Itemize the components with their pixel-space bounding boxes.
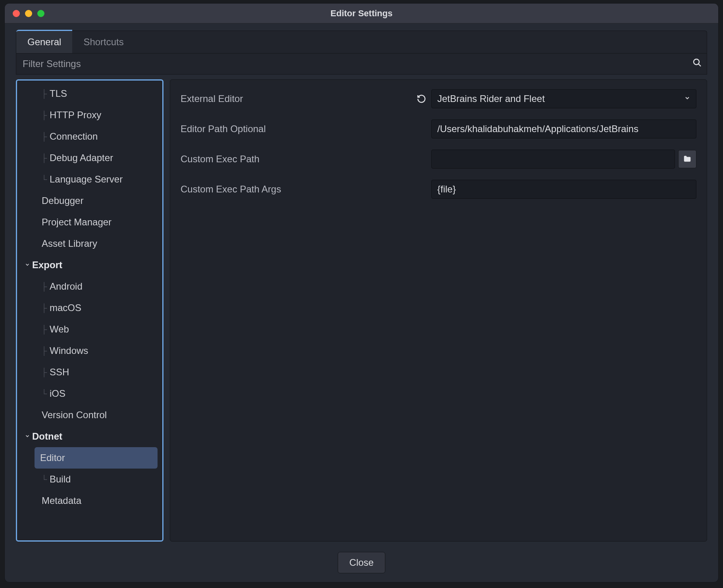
tree-connector-icon: ├ — [38, 346, 50, 355]
tree-item-ios[interactable]: └iOS — [17, 383, 162, 404]
tree-item-language-server[interactable]: └Language Server — [17, 169, 162, 190]
tree-item-label: Debugger — [42, 195, 83, 206]
tree-item-label: Dotnet — [32, 431, 62, 442]
tree-item-label: Language Server — [50, 174, 123, 185]
label-custom-exec: Custom Exec Path — [181, 154, 415, 165]
tree-item-project-manager[interactable]: Project Manager — [17, 211, 162, 233]
titlebar: Editor Settings — [5, 4, 718, 23]
tree-connector-icon: ├ — [38, 89, 50, 98]
chevron-down-icon — [684, 95, 690, 103]
svg-line-1 — [698, 64, 701, 66]
label-external-editor: External Editor — [181, 93, 415, 104]
minimize-window-button[interactable] — [25, 10, 32, 17]
tree-item-label: Windows — [50, 345, 88, 356]
chevron-down-icon — [23, 432, 32, 441]
filter-bar — [16, 53, 707, 75]
tree-item-http-proxy[interactable]: ├HTTP Proxy — [17, 104, 162, 126]
folder-icon[interactable] — [678, 150, 696, 168]
custom-exec-input[interactable] — [431, 150, 675, 169]
tree-item-connection[interactable]: ├Connection — [17, 126, 162, 147]
close-window-button[interactable] — [13, 10, 20, 17]
external-editor-dropdown[interactable]: JetBrains Rider and Fleet — [431, 89, 696, 108]
external-editor-value: JetBrains Rider and Fleet — [437, 93, 545, 104]
tree-item-dotnet[interactable]: Dotnet — [17, 426, 162, 447]
tree-connector-icon: ├ — [38, 282, 50, 291]
settings-tree-scroll[interactable]: ├TLS├HTTP Proxy├Connection├Debug Adapter… — [17, 81, 162, 540]
custom-exec-args-input[interactable] — [431, 180, 696, 199]
tree-item-macos[interactable]: ├macOS — [17, 297, 162, 319]
zoom-window-button[interactable] — [37, 10, 44, 17]
tree-item-label: HTTP Proxy — [50, 110, 101, 121]
row-editor-path: Editor Path Optional — [181, 118, 696, 140]
row-external-editor: External Editor JetBrains Rider and Flee… — [181, 88, 696, 110]
tab-general[interactable]: General — [16, 30, 72, 53]
settings-window: Editor Settings General Shortcuts ├TLS├H… — [4, 3, 719, 582]
tree-item-metadata[interactable]: Metadata — [17, 490, 162, 511]
tree-item-version-control[interactable]: Version Control — [17, 404, 162, 426]
settings-content: External Editor JetBrains Rider and Flee… — [170, 79, 707, 542]
tree-item-debug-adapter[interactable]: ├Debug Adapter — [17, 147, 162, 169]
chevron-down-icon — [23, 261, 32, 269]
tree-item-label: Asset Library — [42, 238, 97, 249]
tree-connector-icon: ├ — [38, 154, 50, 163]
tree-connector-icon: └ — [38, 175, 50, 184]
tree-item-label: TLS — [50, 88, 67, 99]
tree-item-asset-library[interactable]: Asset Library — [17, 233, 162, 254]
tree-item-label: Web — [50, 324, 69, 335]
tree-connector-icon: ├ — [38, 325, 50, 334]
tree-item-android[interactable]: ├Android — [17, 276, 162, 297]
close-button[interactable]: Close — [338, 552, 385, 573]
tab-shortcuts[interactable]: Shortcuts — [72, 31, 135, 53]
tree-item-label: Build — [50, 474, 71, 485]
tree-item-label: Connection — [50, 131, 98, 142]
tree-item-label: Android — [50, 281, 83, 292]
row-custom-exec-args: Custom Exec Path Args — [181, 178, 696, 200]
label-custom-exec-args: Custom Exec Path Args — [181, 184, 415, 195]
tree-connector-icon: └ — [38, 475, 50, 484]
tree-connector-icon: ├ — [38, 132, 50, 141]
settings-tree: ├TLS├HTTP Proxy├Connection├Debug Adapter… — [16, 79, 163, 542]
tree-item-label: Export — [32, 259, 62, 271]
tree-item-windows[interactable]: ├Windows — [17, 340, 162, 361]
tree-item-label: iOS — [50, 388, 65, 399]
search-icon[interactable] — [688, 58, 707, 70]
tree-item-label: macOS — [50, 302, 81, 313]
tree-connector-icon: └ — [38, 389, 50, 398]
tree-item-export[interactable]: Export — [17, 254, 162, 276]
tree-connector-icon: ├ — [38, 111, 50, 120]
tree-item-ssh[interactable]: ├SSH — [17, 361, 162, 383]
tree-item-web[interactable]: ├Web — [17, 319, 162, 340]
tree-item-editor[interactable]: Editor — [35, 447, 158, 469]
tree-connector-icon: ├ — [38, 368, 50, 377]
tree-item-tls[interactable]: ├TLS — [17, 83, 162, 104]
tree-item-label: Editor — [40, 452, 65, 463]
window-title: Editor Settings — [5, 8, 718, 19]
tree-connector-icon: ├ — [38, 304, 50, 313]
row-custom-exec: Custom Exec Path — [181, 148, 696, 170]
label-editor-path: Editor Path Optional — [181, 123, 415, 135]
tree-item-debugger[interactable]: Debugger — [17, 190, 162, 211]
tree-item-build[interactable]: └Build — [17, 469, 162, 490]
window-controls — [5, 10, 44, 17]
filter-input[interactable] — [16, 54, 688, 74]
tree-item-label: Version Control — [42, 409, 107, 421]
svg-point-0 — [694, 59, 699, 65]
tree-item-label: SSH — [50, 367, 69, 378]
tree-item-label: Project Manager — [42, 217, 112, 228]
reset-icon[interactable] — [415, 92, 428, 106]
tab-bar: General Shortcuts — [16, 31, 707, 53]
tree-item-label: Debug Adapter — [50, 152, 113, 163]
tree-item-label: Metadata — [42, 495, 81, 506]
editor-path-input[interactable] — [431, 119, 696, 138]
footer: Close — [5, 546, 718, 582]
